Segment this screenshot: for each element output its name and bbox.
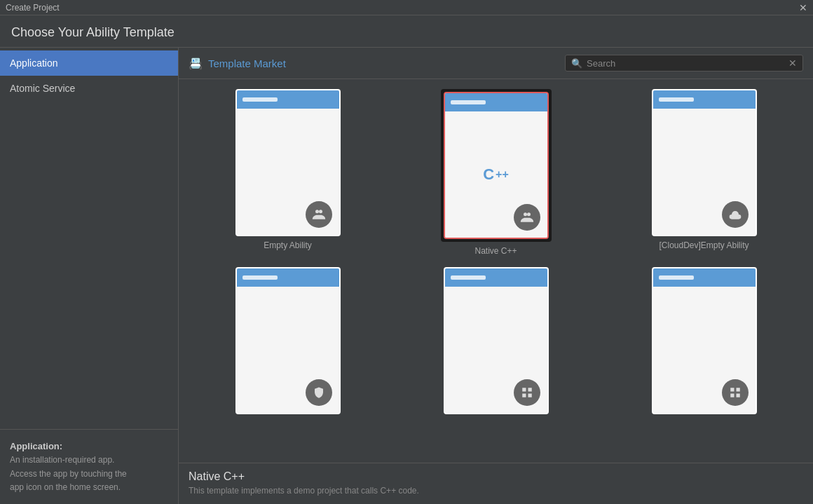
card-header-bar bbox=[659, 97, 694, 102]
card-label-clouddev: [CloudDev]Empty Ability bbox=[659, 240, 749, 250]
card-preview-native-cpp: C ++ bbox=[444, 92, 549, 239]
market-icon: 📇 bbox=[189, 57, 203, 70]
card-header bbox=[445, 268, 547, 287]
card-preview-clouddev bbox=[652, 89, 757, 236]
card-header bbox=[237, 90, 339, 109]
card-preview-4 bbox=[235, 267, 341, 414]
svg-rect-11 bbox=[736, 394, 739, 397]
card-icon-users-cpp bbox=[514, 204, 540, 231]
close-button[interactable]: ✕ bbox=[799, 2, 807, 13]
svg-rect-7 bbox=[528, 394, 531, 397]
card-preview-empty-ability bbox=[235, 89, 341, 236]
template-card-empty-ability[interactable]: Empty Ability bbox=[189, 89, 387, 256]
market-title: 📇 Template Market bbox=[189, 57, 286, 70]
dialog-title: Choose Your Ability Template bbox=[11, 25, 175, 39]
sidebar-description: Application: An installation-required ap… bbox=[0, 429, 178, 504]
search-clear-button[interactable]: ✕ bbox=[788, 57, 797, 69]
svg-point-3 bbox=[527, 212, 531, 216]
template-card-native-cpp[interactable]: C ++ bbox=[397, 89, 595, 256]
main-content: 📇 Template Market 🔍 ✕ bbox=[179, 48, 813, 504]
svg-rect-9 bbox=[736, 388, 739, 391]
sidebar: Application Atomic Service Application: … bbox=[0, 48, 179, 504]
card-header bbox=[237, 268, 339, 287]
card-icon-cloud bbox=[722, 201, 749, 228]
card-header-bar bbox=[242, 97, 278, 102]
selected-template-title: Native C++ bbox=[189, 470, 803, 483]
svg-point-2 bbox=[524, 212, 527, 216]
template-grid-wrapper: Empty Ability C bbox=[179, 79, 813, 463]
card-header bbox=[653, 90, 756, 109]
search-input[interactable] bbox=[587, 58, 784, 69]
card-icon-grid-6 bbox=[722, 379, 749, 406]
card-header bbox=[653, 268, 756, 287]
dialog-body: Application Atomic Service Application: … bbox=[0, 48, 813, 504]
svg-rect-10 bbox=[730, 394, 734, 397]
dialog: Choose Your Ability Template Application… bbox=[0, 15, 813, 504]
svg-rect-6 bbox=[522, 394, 526, 397]
sidebar-item-atomic-service[interactable]: Atomic Service bbox=[0, 76, 178, 101]
search-icon: 🔍 bbox=[571, 58, 582, 69]
card-header bbox=[445, 93, 547, 111]
card-icon-grid-5 bbox=[514, 379, 540, 406]
svg-point-1 bbox=[319, 210, 322, 213]
cpp-logo: C ++ bbox=[483, 165, 509, 184]
svg-rect-4 bbox=[522, 388, 526, 391]
title-bar-text: Create Project bbox=[6, 3, 60, 13]
template-card-4[interactable] bbox=[189, 267, 387, 418]
selected-template-description: This template implements a demo project … bbox=[189, 486, 803, 496]
card-preview-6 bbox=[652, 267, 757, 414]
svg-rect-8 bbox=[730, 388, 734, 391]
template-card-6[interactable] bbox=[605, 267, 803, 418]
template-grid: Empty Ability C bbox=[189, 89, 803, 418]
template-card-5[interactable] bbox=[397, 267, 595, 418]
template-card-clouddev[interactable]: [CloudDev]Empty Ability bbox=[605, 89, 803, 256]
market-header: 📇 Template Market 🔍 ✕ bbox=[179, 48, 813, 79]
template-info: Native C++ This template implements a de… bbox=[179, 463, 813, 504]
card-header-bar bbox=[242, 275, 278, 280]
sidebar-item-application[interactable]: Application bbox=[0, 50, 178, 76]
card-header-bar bbox=[451, 100, 486, 104]
card-header-bar bbox=[451, 275, 486, 280]
search-box: 🔍 ✕ bbox=[565, 55, 803, 71]
market-title-text: Template Market bbox=[208, 57, 286, 69]
svg-point-0 bbox=[315, 210, 319, 213]
card-icon-shield bbox=[306, 379, 332, 406]
card-label-empty-ability: Empty Ability bbox=[264, 240, 312, 250]
title-bar: Create Project ✕ bbox=[0, 0, 813, 15]
svg-rect-5 bbox=[528, 388, 531, 391]
dialog-header: Choose Your Ability Template bbox=[0, 15, 813, 48]
card-icon-users bbox=[306, 201, 332, 228]
card-label-native-cpp: Native C++ bbox=[474, 246, 517, 256]
card-preview-5 bbox=[444, 267, 549, 414]
card-header-bar bbox=[659, 275, 694, 280]
